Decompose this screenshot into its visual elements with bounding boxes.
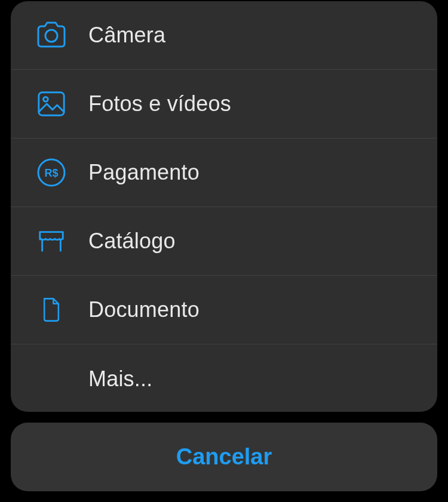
menu-item-label: Pagamento [88,160,200,185]
menu-item-payment[interactable]: R$ Pagamento [11,138,437,207]
payment-icon: R$ [35,156,68,189]
cancel-button[interactable]: Cancelar [11,423,437,491]
menu-item-document[interactable]: Documento [11,276,437,344]
menu-item-label: Catálogo [88,229,176,254]
menu-item-label: Documento [88,297,200,322]
svg-text:R$: R$ [44,167,58,179]
catalog-icon [35,224,68,258]
camera-icon [35,19,68,52]
menu-item-more[interactable]: Mais... [11,344,437,412]
menu-item-camera[interactable]: Câmera [11,1,437,70]
document-icon [35,293,68,327]
svg-point-2 [44,97,48,101]
menu-item-catalog[interactable]: Catálogo [11,207,437,276]
menu-item-label: Mais... [88,367,152,392]
more-icon-placeholder [35,362,68,396]
svg-point-0 [45,30,57,42]
svg-rect-1 [39,93,64,115]
menu-item-label: Câmera [88,23,165,48]
menu-item-photos[interactable]: Fotos e vídeos [11,70,437,138]
cancel-label: Cancelar [176,444,272,470]
photo-icon [35,87,68,121]
attachment-action-sheet: Câmera Fotos e vídeos R$ Pagamento [11,1,437,412]
menu-item-label: Fotos e vídeos [88,91,231,116]
